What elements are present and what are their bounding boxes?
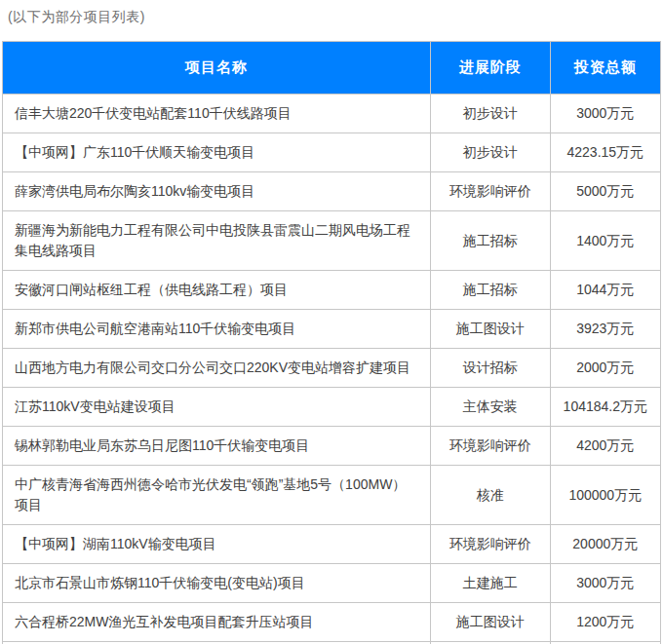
progress-stage-cell: 初步设计 (430, 95, 550, 133)
progress-stage-cell: 环境影响评价 (430, 172, 550, 211)
progress-stage-cell: 设计招标 (430, 349, 550, 388)
column-header-progress-stage: 进展阶段 (430, 42, 550, 95)
project-table-header: 项目名称 进展阶段 投资总额 (3, 42, 661, 95)
total-investment-cell: 1044万元 (550, 271, 660, 310)
table-row: 江苏110kV变电站建设项目 主体安装 104184.2万元 (3, 388, 661, 427)
project-name-cell: 新郑市供电公司航空港南站110千伏输变电项目 (3, 310, 431, 349)
table-row: 六合程桥22MW渔光互补发电项目配套升压站项目 施工图设计 1200万元 (3, 603, 661, 642)
project-table: 项目名称 进展阶段 投资总额 信丰大塘220千伏变电站配套110千伏线路项目 初… (2, 41, 661, 644)
total-investment-cell: 1400万元 (550, 211, 660, 271)
progress-stage-cell: 核准 (430, 466, 550, 525)
table-row: 锡林郭勒电业局东苏乌日尼图110千伏输变电项目 环境影响评价 4200万元 (3, 427, 661, 466)
total-investment-cell: 100000万元 (550, 466, 660, 525)
progress-stage-cell: 环境影响评价 (430, 427, 550, 466)
progress-stage-cell: 施工图设计 (430, 310, 550, 349)
total-investment-cell: 3000万元 (550, 564, 660, 603)
project-name-cell: 【中项网】广东110千伏顺天输变电项目 (3, 133, 431, 172)
progress-stage-cell: 土建施工 (430, 564, 550, 603)
project-name-cell: 安徽河口闸站枢纽工程（供电线路工程）项目 (3, 271, 431, 310)
table-row: 安徽河口闸站枢纽工程（供电线路工程）项目 施工招标 1044万元 (3, 271, 661, 310)
total-investment-cell: 20000万元 (550, 525, 660, 564)
progress-stage-cell: 施工图设计 (430, 603, 550, 642)
project-name-cell: 江苏110kV变电站建设项目 (3, 388, 431, 427)
project-name-cell: 信丰大塘220千伏变电站配套110千伏线路项目 (3, 95, 431, 133)
total-investment-cell: 4200万元 (550, 427, 660, 466)
table-row: 中广核青海省海西州德令哈市光伏发电“领跑”基地5号（100MW）项目 核准 10… (3, 466, 661, 525)
progress-stage-cell: 主体安装 (430, 388, 550, 427)
table-row: 新疆海为新能电力工程有限公司中电投陕县雷震山二期风电场工程集电线路项目 施工招标… (3, 211, 661, 271)
project-name-cell: 六合程桥22MW渔光互补发电项目配套升压站项目 (3, 603, 431, 642)
progress-stage-cell: 施工招标 (430, 211, 550, 271)
table-row: 【中项网】广东110千伏顺天输变电项目 初步设计 4223.15万元 (3, 133, 661, 172)
project-name-cell: 山西地方电力有限公司交口分公司交口220KV变电站增容扩建项目 (3, 349, 431, 388)
project-name-cell: 北京市石景山市炼钢110千伏输变电(变电站)项目 (3, 564, 431, 603)
table-row: 北京市石景山市炼钢110千伏输变电(变电站)项目 土建施工 3000万元 (3, 564, 661, 603)
table-row: 新郑市供电公司航空港南站110千伏输变电项目 施工图设计 3923万元 (3, 310, 661, 349)
total-investment-cell: 1200万元 (550, 603, 660, 642)
total-investment-cell: 104184.2万元 (550, 388, 660, 427)
project-name-cell: 锡林郭勒电业局东苏乌日尼图110千伏输变电项目 (3, 427, 431, 466)
progress-stage-cell: 施工招标 (430, 271, 550, 310)
total-investment-cell: 4223.15万元 (550, 133, 660, 172)
table-row: 山西地方电力有限公司交口分公司交口220KV变电站增容扩建项目 设计招标 200… (3, 349, 661, 388)
project-name-cell: 薛家湾供电局布尔陶亥110kv输变电项目 (3, 172, 431, 211)
project-name-cell: 中广核青海省海西州德令哈市光伏发电“领跑”基地5号（100MW）项目 (3, 466, 431, 525)
header-row: 项目名称 进展阶段 投资总额 (3, 42, 661, 95)
total-investment-cell: 3000万元 (550, 95, 660, 133)
total-investment-cell: 3923万元 (550, 310, 660, 349)
table-row: 信丰大塘220千伏变电站配套110千伏线路项目 初步设计 3000万元 (3, 95, 661, 133)
list-caption: (以下为部分项目列表) (0, 0, 663, 26)
project-name-cell: 新疆海为新能电力工程有限公司中电投陕县雷震山二期风电场工程集电线路项目 (3, 211, 431, 271)
progress-stage-cell: 环境影响评价 (430, 525, 550, 564)
table-row: 【中项网】湖南110kV输变电项目 环境影响评价 20000万元 (3, 525, 661, 564)
total-investment-cell: 2000万元 (550, 349, 660, 388)
column-header-project-name: 项目名称 (3, 42, 431, 95)
project-name-cell: 【中项网】湖南110kV输变电项目 (3, 525, 431, 564)
table-row: 薛家湾供电局布尔陶亥110kv输变电项目 环境影响评价 5000万元 (3, 172, 661, 211)
column-header-total-investment: 投资总额 (550, 42, 660, 95)
project-table-body: 信丰大塘220千伏变电站配套110千伏线路项目 初步设计 3000万元 【中项网… (3, 95, 661, 644)
progress-stage-cell: 初步设计 (430, 133, 550, 172)
total-investment-cell: 5000万元 (550, 172, 660, 211)
page: (以下为部分项目列表) 项目名称 进展阶段 投资总额 信丰大塘220千伏变电站配… (0, 0, 663, 644)
